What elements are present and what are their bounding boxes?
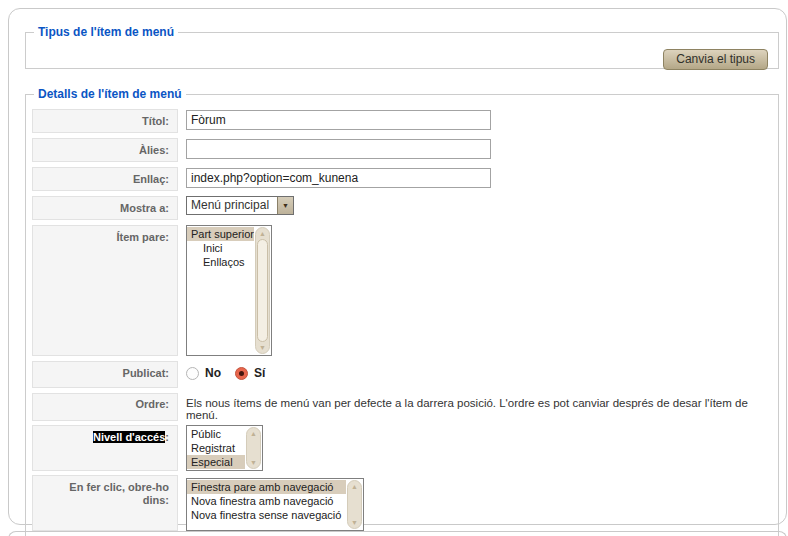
option[interactable]: Nova finestra sense navegació <box>187 508 346 522</box>
row-alias: Àlies: <box>32 138 770 162</box>
title-input[interactable] <box>186 110 491 130</box>
row-order: Ordre: Els nous ítems de menú van per de… <box>32 393 770 421</box>
published-label: Publicat: <box>32 361 178 388</box>
fieldset-menu-item-details: Detalls de l'ítem de menú Títol: Àlies: … <box>25 87 779 536</box>
published-no-label: No <box>205 366 221 380</box>
published-no-radio[interactable] <box>186 367 199 380</box>
option[interactable]: Enllaços <box>187 255 254 269</box>
change-type-button[interactable]: Canvia el tipus <box>663 49 768 70</box>
fieldset-menu-item-type: Tipus de l'ítem de menú Canvia el tipus <box>25 25 779 69</box>
option[interactable]: Públic <box>187 427 245 441</box>
scrollbar[interactable]: ▲ ▼ <box>347 480 362 529</box>
access-level-listbox[interactable]: Públic Registrat Especial ▲ ▼ <box>186 425 263 471</box>
display-in-selected-value: Menú principal <box>187 197 277 214</box>
fieldset-type-legend: Tipus de l'ítem de menú <box>34 25 178 39</box>
scroll-up-icon[interactable]: ▲ <box>259 229 266 238</box>
option[interactable]: Part superior <box>187 227 254 241</box>
row-title: Títol: <box>32 109 770 133</box>
menu-item-edit-panel: Tipus de l'ítem de menú Canvia el tipus … <box>8 8 787 525</box>
scroll-down-icon[interactable]: ▼ <box>259 343 266 352</box>
title-label: Títol: <box>32 109 178 133</box>
scrollbar-thumb[interactable] <box>257 239 268 342</box>
alias-input[interactable] <box>186 139 491 159</box>
alias-label: Àlies: <box>32 138 178 162</box>
option[interactable]: Inici <box>187 241 254 255</box>
option[interactable]: Finestra pare amb navegació <box>187 480 346 494</box>
option[interactable]: Nova finestra amb navegació <box>187 494 346 508</box>
target-listbox[interactable]: Finestra pare amb navegació Nova finestr… <box>186 478 364 531</box>
scroll-down-icon[interactable]: ▼ <box>250 458 257 467</box>
row-access-level: Nivell d'accés: Públic Registrat Especia… <box>32 425 770 471</box>
row-link: Enllaç: <box>32 167 770 191</box>
access-level-label: Nivell d'accés: <box>32 425 178 471</box>
scrollbar[interactable]: ▲ ▼ <box>246 427 261 469</box>
parent-item-listbox[interactable]: Part superior Inici Enllaços ▲ ▼ <box>186 225 272 356</box>
change-type-row: Canvia el tipus <box>32 47 770 70</box>
option[interactable]: Registrat <box>187 441 245 455</box>
display-in-select[interactable]: Menú principal ▼ <box>186 196 294 215</box>
scroll-up-icon[interactable]: ▲ <box>351 482 358 491</box>
access-level-label-highlight: Nivell d'accés <box>93 431 165 443</box>
scroll-up-icon[interactable]: ▲ <box>250 429 257 438</box>
order-label: Ordre: <box>32 393 178 421</box>
link-input[interactable] <box>186 168 491 188</box>
row-parent-item: Ítem pare: Part superior Inici Enllaços … <box>32 225 770 356</box>
scrollbar[interactable]: ▲ ▼ <box>255 227 270 354</box>
order-help-text: Els nous ítems de menú van per defecte a… <box>186 393 770 421</box>
scroll-down-icon[interactable]: ▼ <box>351 518 358 527</box>
row-target: En fer clic, obre-ho dins: Finestra pare… <box>32 475 770 531</box>
display-in-label: Mostra a: <box>32 196 178 220</box>
row-display-in: Mostra a: Menú principal ▼ <box>32 196 770 220</box>
published-yes-label: Sí <box>254 366 265 380</box>
link-label: Enllaç: <box>32 167 178 191</box>
chevron-down-icon[interactable]: ▼ <box>277 197 293 214</box>
access-level-label-colon: : <box>165 431 169 443</box>
fieldset-details-legend: Detalls de l'ítem de menú <box>34 87 186 101</box>
option[interactable]: Especial <box>187 455 245 469</box>
next-panel-top-edge <box>8 531 787 536</box>
row-published: Publicat: No Sí <box>32 361 770 388</box>
published-yes-radio[interactable] <box>235 367 248 380</box>
parent-item-label: Ítem pare: <box>32 225 178 356</box>
target-label: En fer clic, obre-ho dins: <box>32 475 178 531</box>
